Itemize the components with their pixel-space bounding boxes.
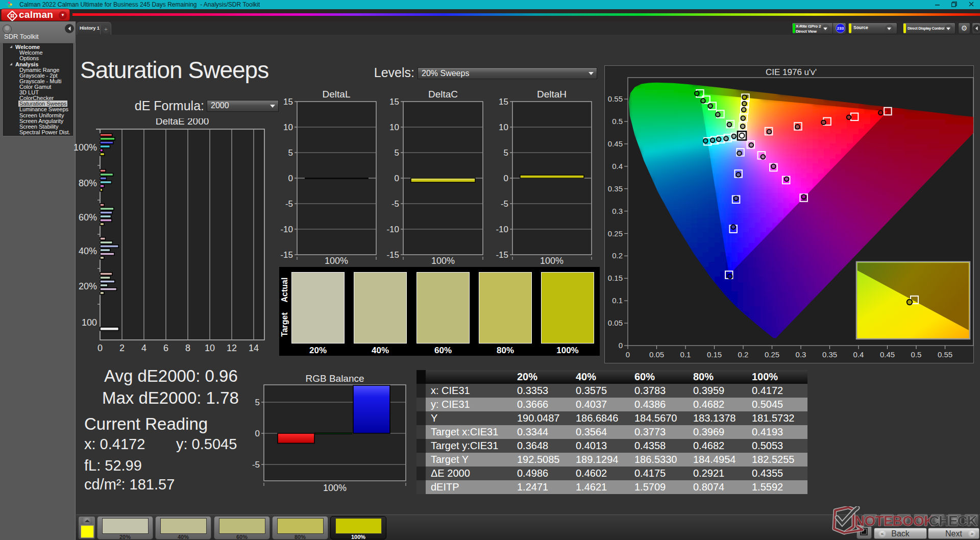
svg-text:0.25: 0.25 xyxy=(608,229,623,238)
svg-text:0.45: 0.45 xyxy=(880,350,895,359)
svg-text:5: 5 xyxy=(288,148,293,158)
svg-text:0.3: 0.3 xyxy=(796,350,806,359)
svg-text:0.35: 0.35 xyxy=(608,184,623,193)
svg-text:0.35: 0.35 xyxy=(822,350,837,359)
svg-text:-10: -10 xyxy=(496,225,508,234)
svg-text:-15: -15 xyxy=(496,250,508,260)
svg-text:-10: -10 xyxy=(280,225,293,234)
svg-text:5: 5 xyxy=(504,148,508,158)
svg-text:100%: 100% xyxy=(323,483,347,493)
svg-text:0.55: 0.55 xyxy=(608,94,623,103)
svg-text:2: 2 xyxy=(119,343,125,353)
svg-text:0.05: 0.05 xyxy=(608,318,623,327)
svg-text:CIE 1976 u'v': CIE 1976 u'v' xyxy=(766,67,817,77)
svg-text:0: 0 xyxy=(288,174,293,183)
svg-text:0.05: 0.05 xyxy=(649,350,664,359)
svg-text:10: 10 xyxy=(283,122,293,132)
svg-text:8: 8 xyxy=(185,343,190,353)
svg-text:0: 0 xyxy=(395,174,399,183)
svg-text:DeltaH: DeltaH xyxy=(537,89,567,100)
svg-text:15: 15 xyxy=(499,97,508,107)
svg-text:0.15: 0.15 xyxy=(608,274,623,282)
svg-text:0.4: 0.4 xyxy=(612,162,623,170)
svg-text:0: 0 xyxy=(626,350,630,359)
svg-text:0.15: 0.15 xyxy=(707,350,722,359)
svg-text:RGB Balance: RGB Balance xyxy=(305,373,364,384)
svg-text:CHECK: CHECK xyxy=(929,513,977,529)
svg-text:100%: 100% xyxy=(325,256,348,265)
svg-text:15: 15 xyxy=(389,97,399,107)
svg-text:4: 4 xyxy=(141,343,146,353)
svg-text:0.5: 0.5 xyxy=(911,350,922,359)
svg-text:100: 100 xyxy=(82,317,97,328)
svg-text:80%: 80% xyxy=(79,178,97,188)
svg-text:0: 0 xyxy=(255,429,260,438)
svg-text:0: 0 xyxy=(619,341,623,350)
svg-text:0.2: 0.2 xyxy=(612,251,623,260)
svg-text:-15: -15 xyxy=(280,250,293,260)
svg-text:NOTEBOOK: NOTEBOOK xyxy=(854,513,934,529)
svg-text:-5: -5 xyxy=(252,460,260,470)
svg-text:-5: -5 xyxy=(285,199,293,209)
svg-text:20%: 20% xyxy=(79,281,97,291)
svg-text:10: 10 xyxy=(499,122,508,132)
svg-text:100%: 100% xyxy=(431,256,455,265)
svg-text:100%: 100% xyxy=(540,256,564,265)
svg-text:10: 10 xyxy=(205,343,215,353)
svg-text:-5: -5 xyxy=(391,199,399,209)
svg-text:0.3: 0.3 xyxy=(612,207,623,215)
svg-text:0.1: 0.1 xyxy=(680,350,691,359)
svg-text:DeltaE 2000: DeltaE 2000 xyxy=(156,118,209,127)
svg-text:-10: -10 xyxy=(386,225,399,234)
svg-text:0.45: 0.45 xyxy=(608,139,623,148)
svg-text:0.25: 0.25 xyxy=(765,350,779,359)
svg-text:-15: -15 xyxy=(386,250,399,260)
svg-text:0: 0 xyxy=(504,174,508,183)
svg-text:60%: 60% xyxy=(79,212,97,223)
svg-text:100%: 100% xyxy=(74,142,97,153)
svg-text:10: 10 xyxy=(389,122,399,132)
svg-text:14: 14 xyxy=(249,343,259,353)
svg-text:0.1: 0.1 xyxy=(612,296,623,305)
svg-text:0.5: 0.5 xyxy=(612,117,623,126)
svg-text:0.2: 0.2 xyxy=(738,350,749,359)
svg-text:0: 0 xyxy=(97,343,103,353)
svg-text:DeltaC: DeltaC xyxy=(428,89,458,100)
svg-text:5: 5 xyxy=(395,148,399,158)
svg-text:DeltaL: DeltaL xyxy=(323,89,351,100)
svg-text:5: 5 xyxy=(255,398,260,407)
svg-text:0.4: 0.4 xyxy=(853,350,864,359)
svg-text:0.55: 0.55 xyxy=(938,350,952,359)
svg-text:12: 12 xyxy=(227,343,237,353)
svg-text:6: 6 xyxy=(163,343,168,353)
svg-text:40%: 40% xyxy=(79,246,97,256)
svg-text:-5: -5 xyxy=(501,199,508,209)
svg-text:15: 15 xyxy=(283,97,293,107)
